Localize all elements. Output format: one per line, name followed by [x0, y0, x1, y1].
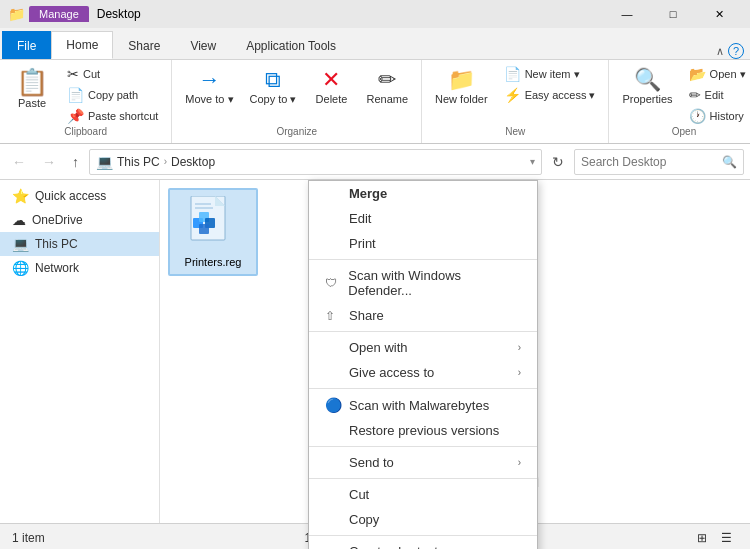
ctx-send-to-label: Send to [349, 455, 394, 470]
easy-access-button[interactable]: ⚡ Easy access ▾ [497, 85, 603, 105]
copy-path-label: Copy path [88, 89, 138, 101]
new-folder-icon: 📁 [448, 69, 475, 91]
ctx-open-with[interactable]: Open with › [309, 335, 537, 360]
sidebar-item-label: OneDrive [32, 213, 83, 227]
history-button[interactable]: 🕐 History [682, 106, 750, 126]
ctx-merge[interactable]: Merge [309, 181, 537, 206]
rename-button[interactable]: ✏ Rename [359, 64, 415, 110]
new-label: New [428, 126, 602, 139]
ctx-give-access[interactable]: Give access to › [309, 360, 537, 385]
sidebar-item-network[interactable]: 🌐 Network [0, 256, 159, 280]
edit-label: Edit [705, 89, 724, 101]
ctx-edit[interactable]: Edit [309, 206, 537, 231]
window-title: Desktop [97, 7, 141, 21]
ctx-share-label: Share [349, 308, 384, 323]
title-bar-left: 📁 Manage Desktop [8, 6, 141, 22]
ribbon-collapse-btn[interactable]: ∧ [716, 45, 724, 58]
tab-application-tools[interactable]: Application Tools [231, 31, 351, 59]
new-folder-button[interactable]: 📁 New folder [428, 64, 495, 110]
ctx-copy[interactable]: Copy [309, 507, 537, 532]
sidebar-item-quick-access[interactable]: ⭐ Quick access [0, 184, 159, 208]
ctx-cut-label: Cut [349, 487, 369, 502]
edit-button[interactable]: ✏ Edit [682, 85, 750, 105]
history-label: History [710, 110, 744, 122]
ctx-cut[interactable]: Cut [309, 482, 537, 507]
ctx-create-shortcut[interactable]: Create shortcut [309, 539, 537, 549]
easy-access-icon: ⚡ [504, 88, 521, 102]
paste-icon: 📋 [16, 69, 48, 95]
ctx-scan-malwarebytes[interactable]: 🔵 Scan with Malwarebytes [309, 392, 537, 418]
maximize-button[interactable]: □ [650, 0, 696, 28]
ctx-send-to[interactable]: Send to › [309, 450, 537, 475]
ctx-give-access-arrow: › [518, 367, 521, 378]
back-button[interactable]: ← [6, 151, 32, 173]
sidebar-item-this-pc[interactable]: 💻 This PC [0, 232, 159, 256]
organize-label: Organize [178, 126, 415, 139]
tab-home[interactable]: Home [51, 31, 113, 59]
ctx-open-with-label: Open with [349, 340, 408, 355]
address-bar: ← → ↑ 💻 This PC › Desktop ▾ ↻ 🔍 [0, 144, 750, 180]
ctx-scan-defender-label: Scan with Windows Defender... [348, 268, 521, 298]
file-area: Printers.reg Merge Edit Print 🛡 Scan wit… [160, 180, 750, 523]
ribbon-group-open: 🔍 Properties 📂 Open ▾ ✏ Edit 🕐 History O… [609, 60, 750, 143]
sidebar: ⭐ Quick access ☁ OneDrive 💻 This PC 🌐 Ne… [0, 180, 160, 523]
paste-shortcut-button[interactable]: 📌 Paste shortcut [60, 106, 165, 126]
help-btn[interactable]: ? [728, 43, 744, 59]
close-button[interactable]: ✕ [696, 0, 742, 28]
paste-button[interactable]: 📋 Paste [6, 64, 58, 114]
refresh-button[interactable]: ↻ [546, 151, 570, 173]
delete-button[interactable]: ✕ Delete [305, 64, 357, 110]
copy-to-button[interactable]: ⧉ Copy to ▾ [243, 64, 304, 111]
open-label: Open [615, 126, 750, 139]
ctx-restore-versions[interactable]: Restore previous versions [309, 418, 537, 443]
details-view-btn[interactable]: ☰ [715, 527, 738, 549]
breadcrumb-desktop[interactable]: Desktop [171, 155, 215, 169]
file-item-printers[interactable]: Printers.reg [168, 188, 258, 276]
clipboard-small-group: ✂ Cut 📄 Copy path 📌 Paste shortcut [60, 64, 165, 126]
tab-share[interactable]: Share [113, 31, 175, 59]
move-to-button[interactable]: → Move to ▾ [178, 64, 240, 111]
new-item-button[interactable]: 📄 New item ▾ [497, 64, 603, 84]
ctx-sep-2 [309, 331, 537, 332]
tab-view[interactable]: View [175, 31, 231, 59]
copy-to-icon: ⧉ [265, 69, 281, 91]
ctx-print[interactable]: Print [309, 231, 537, 256]
breadcrumb-dropdown-icon[interactable]: ▾ [530, 156, 535, 167]
cut-button[interactable]: ✂ Cut [60, 64, 165, 84]
ctx-copy-label: Copy [349, 512, 379, 527]
breadcrumb[interactable]: 💻 This PC › Desktop ▾ [89, 149, 542, 175]
ctx-edit-label: Edit [349, 211, 371, 226]
sidebar-item-label: Quick access [35, 189, 106, 203]
open-label: Open ▾ [710, 68, 746, 81]
paste-shortcut-label: Paste shortcut [88, 110, 158, 122]
ctx-scan-malwarebytes-label: Scan with Malwarebytes [349, 398, 489, 413]
this-pc-icon: 💻 [12, 236, 29, 252]
open-small-group: 📂 Open ▾ ✏ Edit 🕐 History [682, 64, 750, 126]
copy-path-button[interactable]: 📄 Copy path [60, 85, 165, 105]
ctx-scan-defender[interactable]: 🛡 Scan with Windows Defender... [309, 263, 537, 303]
properties-button[interactable]: 🔍 Properties [615, 64, 679, 110]
network-icon: 🌐 [12, 260, 29, 276]
edit-icon: ✏ [689, 88, 701, 102]
ctx-share-icon: ⇧ [325, 309, 341, 323]
forward-button[interactable]: → [36, 151, 62, 173]
open-button[interactable]: 📂 Open ▾ [682, 64, 750, 84]
breadcrumb-pc-icon: 💻 [96, 154, 113, 170]
minimize-button[interactable]: — [604, 0, 650, 28]
search-input[interactable] [581, 155, 722, 169]
ctx-sep-1 [309, 259, 537, 260]
organize-buttons: → Move to ▾ ⧉ Copy to ▾ ✕ Delete ✏ Renam… [178, 64, 415, 126]
ctx-sep-6 [309, 535, 537, 536]
open-buttons: 🔍 Properties 📂 Open ▾ ✏ Edit 🕐 History [615, 64, 750, 126]
ctx-share[interactable]: ⇧ Share [309, 303, 537, 328]
up-button[interactable]: ↑ [66, 151, 85, 173]
large-icons-view-btn[interactable]: ⊞ [691, 527, 713, 549]
properties-label: Properties [622, 93, 672, 105]
view-controls: ⊞ ☰ [691, 527, 738, 549]
breadcrumb-thispc[interactable]: This PC [117, 155, 160, 169]
tab-file[interactable]: File [2, 31, 51, 59]
file-name: Printers.reg [185, 256, 242, 268]
sidebar-item-onedrive[interactable]: ☁ OneDrive [0, 208, 159, 232]
copy-to-label: Copy to ▾ [250, 93, 297, 106]
sidebar-item-label: Network [35, 261, 79, 275]
